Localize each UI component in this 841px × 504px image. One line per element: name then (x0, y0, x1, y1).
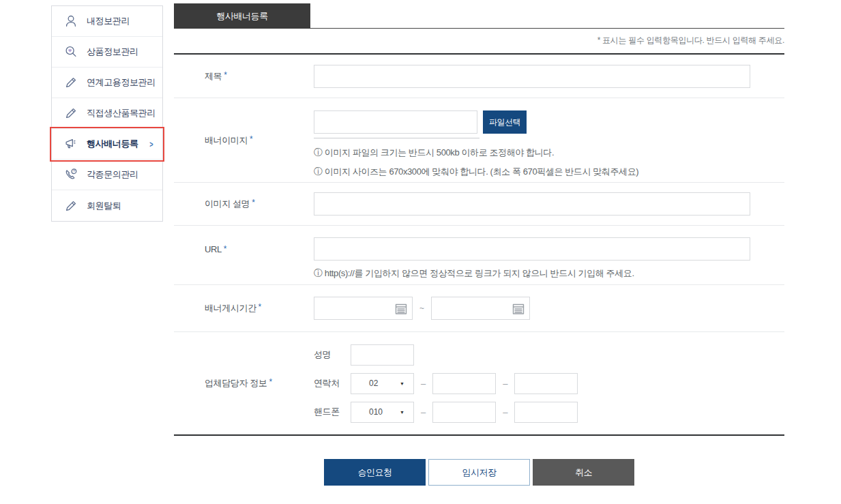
banner-image-label: 배너이미지* (174, 134, 314, 147)
sidebar-item-my-info[interactable]: 내정보관리 (52, 6, 162, 37)
megaphone-icon (63, 136, 79, 152)
search-heart-icon (63, 44, 79, 60)
chevron-right-icon: > (150, 139, 153, 149)
sidebar-item-label: 상품정보관리 (87, 46, 138, 58)
sidebar-item-label: 행사배너등록 (87, 138, 138, 150)
pencil-icon (63, 105, 79, 121)
contact-phone-label: 연락처 (314, 377, 351, 389)
phone-question-icon: ? (63, 166, 79, 183)
main-content: 행사배너등록 * 표시는 필수 입력항목입니다. 반드시 입력해 주세요. 제목… (174, 3, 784, 486)
sidebar-item-label: 직접생산품목관리 (87, 107, 156, 119)
phone-dash: – (503, 379, 507, 389)
contact-mobile-label: 핸드폰 (314, 406, 351, 418)
sidebar-item-label: 각종문의관리 (87, 168, 138, 181)
tab-bar: 행사배너등록 (174, 3, 784, 29)
sidebar-item-withdraw[interactable]: 회원탈퇴 (52, 190, 162, 221)
mobile-dash: – (421, 407, 426, 417)
person-icon (63, 13, 79, 29)
phone-last-input[interactable] (514, 373, 578, 394)
phone-dash: – (421, 379, 426, 389)
url-input[interactable] (314, 237, 750, 261)
image-description-label: 이미지 설명* (174, 198, 314, 210)
contact-label: 업체담당자 정보* (174, 377, 314, 389)
calendar-icon[interactable] (394, 302, 408, 316)
required-fields-notice: * 표시는 필수 입력항목입니다. 반드시 입력해 주세요. (174, 35, 784, 45)
approve-request-button[interactable]: 승인요청 (324, 459, 426, 486)
cancel-button[interactable]: 취소 (533, 459, 634, 486)
contact-name-row: 성명 (314, 344, 784, 366)
dropdown-arrow-icon: ▼ (400, 381, 404, 386)
mobile-dash: – (503, 407, 507, 417)
title-label: 제목* (174, 70, 314, 83)
calendar-icon[interactable] (512, 302, 525, 316)
mobile-last-input[interactable] (514, 402, 578, 423)
sidebar: 내정보관리 상품정보관리 연계고용정보관리 (51, 5, 163, 222)
sidebar-item-linked-employment[interactable]: 연계고용정보관리 (52, 68, 162, 98)
tab-label: 행사배너등록 (216, 10, 268, 23)
page: 내정보관리 상품정보관리 연계고용정보관리 (0, 0, 841, 504)
tab-event-banner-register[interactable]: 행사배너등록 (174, 3, 310, 29)
period-separator: ~ (419, 303, 424, 313)
phone-prefix-value: 02 (369, 379, 378, 388)
mobile-prefix-select[interactable]: 010 ▼ (351, 402, 414, 423)
phone-mid-input[interactable] (432, 373, 496, 394)
action-buttons: 승인요청 임시저장 취소 (174, 459, 784, 486)
contact-name-label: 성명 (314, 349, 351, 361)
required-mark: * (252, 198, 254, 207)
banner-register-form: 제목* 배너이미지* 파일선택 ⓘ 이미지 파일의 크기는 반드시 5 (174, 53, 784, 436)
sidebar-item-label: 회원탈퇴 (87, 200, 121, 212)
dropdown-arrow-icon: ▼ (400, 410, 404, 415)
image-description-input[interactable] (314, 192, 750, 216)
file-underline (314, 138, 479, 138)
sidebar-item-inquiries[interactable]: ? 각종문의관리 (52, 160, 162, 190)
sidebar-item-event-banner[interactable]: 행사배너등록 > (52, 129, 162, 160)
period-label: 배너게시기간* (174, 302, 314, 314)
pencil-icon (63, 198, 79, 214)
sidebar-item-product-info[interactable]: 상품정보관리 (52, 37, 162, 68)
required-mark: * (224, 70, 226, 80)
file-select-button[interactable]: 파일선택 (483, 110, 527, 134)
required-mark: * (259, 302, 261, 312)
form-row-contact: 업체담당자 정보* 성명 연락처 02 ▼ – (174, 332, 784, 434)
url-info: ⓘ http(s)://를 기입하지 않으면 정상적으로 링크가 되지 않으니 … (314, 267, 784, 280)
form-row-period: 배너게시기간* ~ (174, 285, 784, 332)
phone-prefix-select[interactable]: 02 ▼ (351, 373, 414, 394)
contact-mobile-row: 핸드폰 010 ▼ – – (314, 402, 784, 423)
contact-phone-row: 연락처 02 ▼ – – (314, 373, 784, 394)
mobile-mid-input[interactable] (432, 402, 496, 423)
mobile-prefix-value: 010 (369, 407, 383, 417)
sidebar-item-label: 내정보관리 (87, 15, 130, 27)
image-dimension-info: ⓘ 이미지 사이즈는 670x300에 맞춰야 합니다. (최소 폭 670픽셀… (314, 166, 784, 178)
form-row-banner-image: 배너이미지* 파일선택 ⓘ 이미지 파일의 크기는 반드시 500kb 이하로 … (174, 98, 784, 183)
contact-name-input[interactable] (351, 344, 414, 366)
temp-save-button[interactable]: 임시저장 (428, 459, 530, 486)
required-mark: * (250, 134, 252, 144)
form-row-url: URL* ⓘ http(s)://를 기입하지 않으면 정상적으로 링크가 되지… (174, 226, 784, 285)
required-mark: * (224, 244, 226, 254)
sidebar-item-label: 연계고용정보관리 (87, 76, 156, 89)
title-input[interactable] (314, 65, 750, 88)
required-mark: * (269, 377, 271, 387)
image-size-info: ⓘ 이미지 파일의 크기는 반드시 500kb 이하로 조정해야 합니다. (314, 147, 784, 159)
period-end-field (431, 297, 530, 320)
period-start-field (314, 297, 413, 320)
banner-file-path-input[interactable] (314, 110, 477, 134)
form-row-title: 제목* (174, 55, 784, 98)
url-label: URL* (174, 226, 314, 254)
sidebar-item-direct-production[interactable]: 직접생산품목관리 (52, 98, 162, 129)
pencil-icon (63, 74, 79, 91)
form-row-image-description: 이미지 설명* (174, 183, 784, 226)
